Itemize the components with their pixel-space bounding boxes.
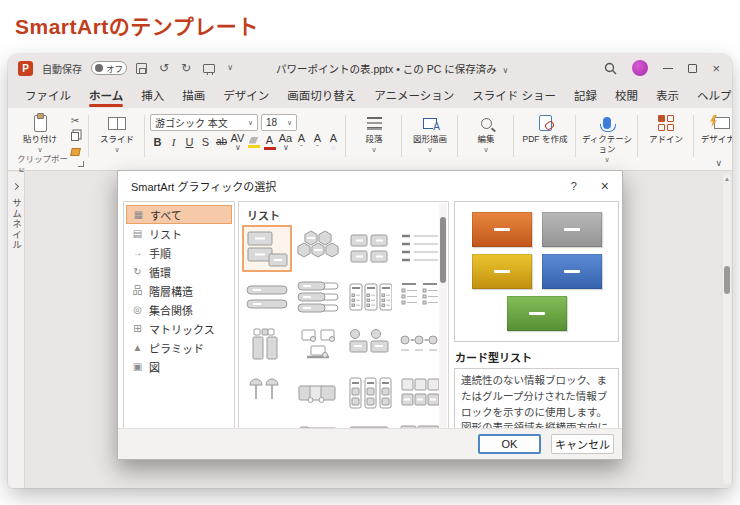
highlight-button[interactable] bbox=[246, 134, 261, 150]
thumb-tab-list[interactable] bbox=[293, 273, 343, 320]
autosave-toggle[interactable]: オフ bbox=[91, 61, 127, 75]
thumb-horizontal-bars[interactable] bbox=[242, 273, 292, 320]
shape-a-icon bbox=[423, 118, 437, 129]
layout-name: カード型リスト bbox=[455, 349, 619, 365]
category-item[interactable]: ◎ 集合関係 bbox=[126, 300, 232, 319]
ribbon-tab[interactable]: スライド ショー bbox=[463, 82, 565, 108]
format-painter-icon bbox=[70, 148, 81, 156]
chevron-down-icon: ∨ bbox=[248, 119, 253, 127]
thumb-table-list[interactable] bbox=[344, 273, 394, 320]
category-item[interactable]: ▣ 図 bbox=[126, 357, 232, 376]
ribbon-tab[interactable]: ホーム bbox=[80, 82, 132, 108]
ribbon-tab[interactable]: アニメーション bbox=[365, 82, 463, 108]
expand-pane-icon[interactable] bbox=[12, 183, 19, 190]
italic-button[interactable]: I bbox=[166, 134, 181, 150]
change-case-button[interactable]: Aa∨ bbox=[278, 134, 293, 150]
document-title[interactable]: パワーポイントの表.pptx • この PC に保存済み ∨ bbox=[276, 61, 508, 76]
thumb-stacked-list[interactable] bbox=[395, 273, 445, 320]
category-item[interactable]: ▤ リスト bbox=[126, 224, 232, 243]
slideshow-icon[interactable] bbox=[203, 64, 215, 73]
layout-preview-image bbox=[454, 201, 619, 342]
addins-button[interactable]: アドイン bbox=[643, 111, 689, 145]
qat-overflow-icon[interactable]: ∨ bbox=[227, 64, 233, 72]
slide-button[interactable]: スライド ∨ bbox=[94, 111, 140, 154]
character-spacing-button[interactable]: AV∨ bbox=[230, 134, 245, 150]
ribbon-tab[interactable]: デザイン bbox=[214, 82, 278, 108]
vertical-scrollbar[interactable]: ▲ bbox=[723, 174, 731, 484]
thumb-picture-blocks[interactable] bbox=[344, 225, 394, 272]
gallery-scrollbar-thumb[interactable] bbox=[440, 217, 446, 283]
thumbnail-pane[interactable]: サムネイル bbox=[8, 172, 25, 488]
thumb-card-list[interactable] bbox=[242, 225, 292, 272]
ribbon-tab[interactable]: 表示 bbox=[647, 82, 688, 108]
category-item[interactable]: ⊞ マトリックス bbox=[126, 319, 232, 338]
thumb-column-list[interactable] bbox=[344, 369, 394, 416]
collapse-ribbon-icon[interactable]: ∨ bbox=[715, 158, 722, 168]
close-icon[interactable]: × bbox=[712, 62, 720, 75]
maximize-icon[interactable] bbox=[688, 64, 697, 73]
clipboard-group-label: クリップボード bbox=[17, 158, 84, 170]
thumb-linked-boxes[interactable] bbox=[293, 369, 343, 416]
ribbon-tab[interactable]: 挿入 bbox=[132, 82, 173, 108]
cut-button[interactable]: ✂ bbox=[66, 113, 84, 127]
close-icon[interactable]: × bbox=[601, 179, 609, 193]
paragraph-group: 段落 ∨ bbox=[346, 111, 402, 170]
copy-button[interactable] bbox=[66, 129, 84, 143]
ribbon-tab[interactable]: 記録 bbox=[565, 82, 606, 108]
category-item[interactable]: ▲ ピラミッド bbox=[126, 338, 232, 357]
clear-formatting-button[interactable]: A◌ bbox=[326, 134, 341, 150]
designer-button[interactable]: デザイナー bbox=[699, 111, 732, 145]
shadow-button[interactable]: S bbox=[198, 134, 213, 150]
font-name-select[interactable]: 游ゴシック 本文∨ bbox=[150, 114, 258, 131]
dictation-button[interactable]: ディクテーション ∨ bbox=[581, 111, 633, 164]
thumb-bullet-list[interactable] bbox=[395, 225, 445, 272]
thumb-hexagon-cluster[interactable] bbox=[293, 225, 343, 272]
category-item[interactable]: ▦ すべて bbox=[126, 205, 232, 224]
help-icon[interactable]: ? bbox=[571, 180, 577, 192]
category-item[interactable]: ↻ 循環 bbox=[126, 262, 232, 281]
thumb-vertical-blocks[interactable] bbox=[242, 321, 292, 368]
clipboard-icon bbox=[34, 115, 47, 132]
underline-button[interactable]: U bbox=[182, 134, 197, 150]
ribbon-tabs: ファイル ホーム 挿入 描画 デザイン 画面切り替え アニメーション スライド … bbox=[16, 82, 732, 108]
ribbon-tab[interactable]: 画面切り替え bbox=[278, 82, 365, 108]
thumb-circle-blocks[interactable] bbox=[344, 321, 394, 368]
thumb-device-list[interactable] bbox=[293, 321, 343, 368]
strikethrough-button[interactable]: ab bbox=[214, 134, 229, 150]
chevron-down-icon: ∨ bbox=[371, 146, 376, 154]
paste-button[interactable]: 貼り付け ∨ bbox=[17, 111, 63, 154]
category-icon: 品 bbox=[131, 286, 144, 296]
thumb-grid-blocks[interactable] bbox=[395, 369, 445, 416]
account-avatar[interactable] bbox=[632, 60, 648, 76]
ok-button[interactable]: OK bbox=[478, 434, 541, 454]
bold-button[interactable]: B bbox=[150, 134, 165, 150]
category-item[interactable]: → 手順 bbox=[126, 243, 232, 262]
cancel-button[interactable]: キャンセル bbox=[551, 434, 614, 454]
ribbon-tab[interactable]: 描画 bbox=[173, 82, 214, 108]
ribbon-tab[interactable]: 校閲 bbox=[606, 82, 647, 108]
thumb-half-circle-list[interactable] bbox=[242, 369, 292, 416]
grow-font-button[interactable]: Aˆ bbox=[294, 134, 309, 150]
dialog-launcher-icon[interactable] bbox=[78, 161, 84, 167]
create-pdf-button[interactable]: PDF を作成 bbox=[519, 111, 571, 145]
minimize-icon[interactable] bbox=[663, 68, 673, 69]
save-icon[interactable] bbox=[136, 63, 147, 74]
editing-button[interactable]: 編集 ∨ bbox=[463, 111, 509, 154]
thumb-dotted-process[interactable] bbox=[395, 321, 445, 368]
shape-drawing-button[interactable]: 図形描画 ∨ bbox=[407, 111, 453, 154]
font-size-select[interactable]: 18∨ bbox=[261, 114, 297, 131]
ribbon-tab[interactable]: ヘルプ bbox=[688, 82, 732, 108]
scrollbar-thumb[interactable] bbox=[724, 266, 730, 294]
search-icon[interactable] bbox=[604, 62, 617, 75]
paragraph-button[interactable]: 段落 ∨ bbox=[351, 111, 397, 154]
undo-icon[interactable]: ↺ bbox=[159, 62, 169, 74]
ribbon-tab[interactable]: ファイル bbox=[16, 82, 80, 108]
shrink-font-button[interactable]: Aˇ bbox=[310, 134, 325, 150]
font-color-button[interactable]: A bbox=[262, 134, 277, 150]
scroll-up-icon[interactable]: ▲ bbox=[723, 176, 731, 182]
chevron-down-icon: ∨ bbox=[483, 146, 488, 154]
gallery-scrollbar[interactable] bbox=[439, 203, 447, 431]
category-icon: → bbox=[131, 248, 144, 258]
category-item[interactable]: 品 階層構造 bbox=[126, 281, 232, 300]
redo-icon[interactable]: ↻ bbox=[181, 62, 191, 74]
